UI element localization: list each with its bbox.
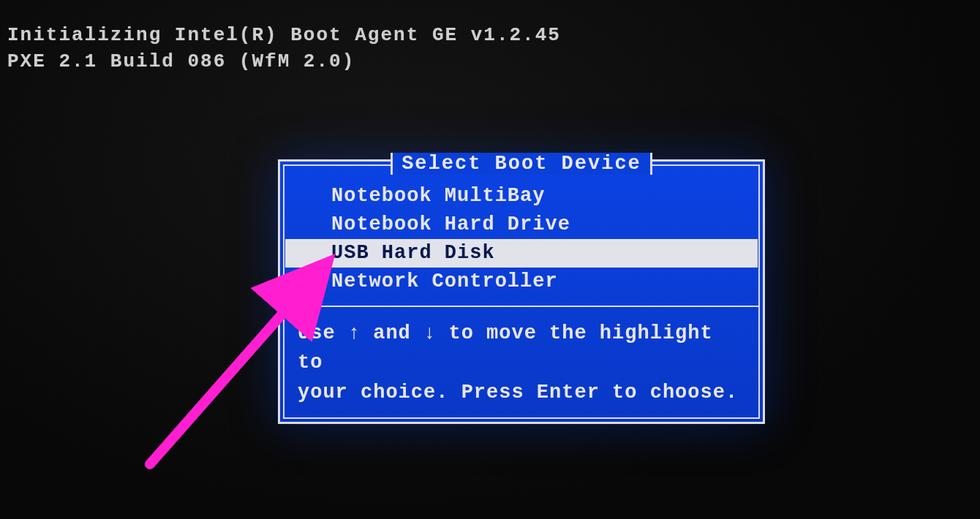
help-line-2: your choice. Press Enter to choose. [298, 382, 738, 404]
boot-line-2: PXE 2.1 Build 086 (WfM 2.0) [7, 50, 355, 72]
boot-item-network[interactable]: Network Controller [284, 268, 758, 296]
boot-item-multibay[interactable]: Notebook MultiBay [284, 182, 758, 211]
boot-item-harddrive[interactable]: Notebook Hard Drive [284, 211, 758, 239]
boot-item-label: Notebook MultiBay [331, 185, 545, 207]
boot-item-label: Notebook Hard Drive [331, 213, 570, 235]
boot-device-help: Use ↑ and ↓ to move the highlight to you… [284, 306, 758, 418]
boot-item-label: USB Hard Disk [331, 242, 495, 264]
boot-item-usb[interactable]: USB Hard Disk [285, 239, 758, 268]
boot-device-dialog: Select Boot Device Notebook MultiBay Not… [278, 159, 765, 424]
boot-device-dialog-inner: Select Boot Device Notebook MultiBay Not… [283, 164, 760, 419]
bios-screen: Initializing Intel(R) Boot Agent GE v1.2… [0, 0, 980, 519]
help-line-1: Use ↑ and ↓ to move the highlight to [298, 322, 713, 374]
boot-messages: Initializing Intel(R) Boot Agent GE v1.2… [7, 22, 561, 75]
boot-device-list[interactable]: Notebook MultiBay Notebook Hard Drive US… [284, 166, 758, 301]
boot-item-label: Network Controller [331, 270, 558, 292]
boot-line-1: Initializing Intel(R) Boot Agent GE v1.2… [7, 24, 561, 46]
